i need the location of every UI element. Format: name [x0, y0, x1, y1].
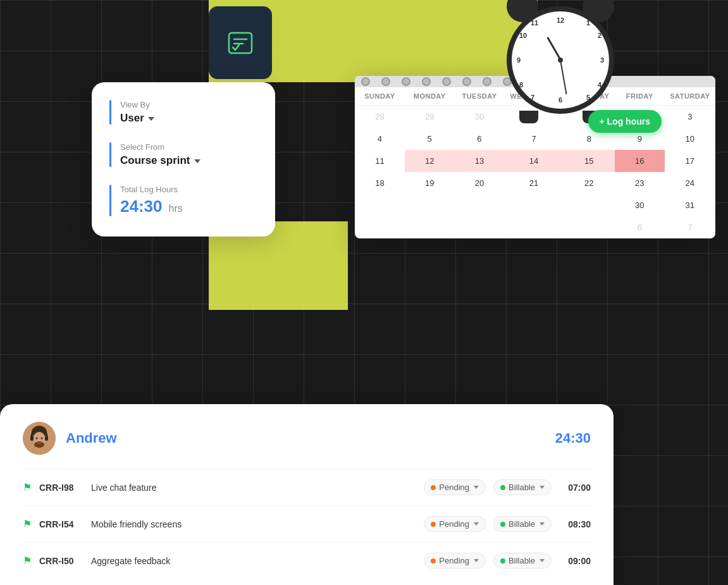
status-pending-badge[interactable]: Pending [424, 516, 486, 532]
view-by-label: View By [120, 100, 154, 109]
cal-day: 29 [405, 106, 455, 128]
cal-day: 13 [455, 150, 505, 172]
total-hours-value: 24:30 [120, 197, 163, 216]
status-label: Pending [439, 556, 469, 565]
clock-num-10: 10 [519, 32, 527, 39]
task-name: Live chat feature [91, 483, 416, 493]
cal-day: 10 [665, 128, 715, 150]
clock-num-11: 11 [531, 19, 538, 27]
chevron-down-icon [540, 486, 545, 489]
billing-label: Billable [509, 483, 535, 492]
task-time: 07:00 [559, 483, 591, 493]
view-by-dropdown[interactable]: User [120, 112, 154, 125]
col-saturday: SATURDAY [665, 87, 715, 106]
cal-day: 22 [564, 172, 615, 194]
section-divider [109, 142, 111, 167]
task-time: 09:00 [559, 556, 591, 566]
clock-num-4: 4 [598, 81, 602, 89]
cal-day: 30 [615, 194, 665, 216]
task-flag-icon: ⚑ [23, 518, 32, 530]
select-from-dropdown[interactable]: Course sprint [120, 154, 201, 167]
cal-day [564, 194, 615, 216]
cal-day: 16 [615, 150, 665, 172]
view-by-section: View By User [109, 100, 257, 125]
section-divider [109, 185, 111, 216]
task-id: CRR-I54 [39, 519, 83, 529]
pending-dot-icon [431, 558, 436, 563]
select-from-content: Select From Course sprint [120, 142, 201, 167]
chevron-down-icon [540, 559, 545, 562]
cal-day: 17 [665, 150, 715, 172]
status-pending-badge[interactable]: Pending [424, 553, 486, 569]
col-monday: MONDAY [405, 87, 455, 106]
cal-day: 23 [615, 172, 665, 194]
cal-day: 21 [504, 172, 563, 194]
filter-card: View By User Select From Course sprint T… [92, 82, 275, 237]
spiral-dot [483, 77, 491, 86]
task-time: 08:30 [559, 519, 591, 529]
view-by-content: View By User [120, 100, 154, 125]
billing-billable-badge[interactable]: Billable [493, 479, 552, 495]
task-flag-icon: ⚑ [23, 555, 32, 567]
cal-day: 28 [355, 106, 405, 128]
task-name: Mobile friendly screens [91, 519, 416, 529]
svg-rect-10 [45, 436, 48, 441]
clock-face: 12 3 6 9 1 11 2 10 4 8 5 7 [513, 13, 608, 108]
clock-num-9: 9 [517, 56, 521, 64]
clock-center-dot [558, 58, 563, 63]
view-by-value: User [120, 112, 144, 125]
cal-day: 19 [405, 172, 455, 194]
select-from-value: Course sprint [120, 154, 190, 167]
svg-rect-9 [30, 436, 34, 441]
clock-outer-circle: 12 3 6 9 1 11 2 10 4 8 5 7 [507, 6, 614, 114]
select-from-label: Select From [120, 142, 201, 152]
billing-label: Billable [509, 519, 535, 529]
clock-minute-hand [560, 60, 567, 95]
log-hours-button[interactable]: + Log hours [588, 110, 662, 133]
billing-label: Billable [509, 556, 535, 565]
checklist-icon [225, 28, 256, 58]
clock-num-8: 8 [519, 81, 523, 89]
col-sunday: SUNDAY [355, 87, 405, 106]
cal-day: 7 [665, 216, 715, 238]
cal-day: 4 [355, 128, 405, 150]
cal-day [355, 216, 405, 238]
user-name: Andrew [66, 430, 545, 446]
cal-day: 24 [665, 172, 715, 194]
cal-day: 18 [355, 172, 405, 194]
pending-dot-icon [431, 522, 436, 527]
cal-day [455, 216, 505, 238]
clock-num-6: 6 [558, 96, 562, 104]
calendar-row: 11 12 13 14 15 16 17 [355, 150, 715, 172]
select-from-section: Select From Course sprint [109, 142, 257, 167]
chevron-down-icon [194, 159, 201, 163]
clock-body: 12 3 6 9 1 11 2 10 4 8 5 7 [500, 0, 620, 120]
avatar-image [23, 422, 56, 455]
status-pending-badge[interactable]: Pending [424, 479, 486, 495]
billing-billable-badge[interactable]: Billable [493, 516, 552, 532]
billing-billable-badge[interactable]: Billable [493, 553, 552, 569]
calendar-row: 18 19 20 21 22 23 24 [355, 172, 715, 194]
chevron-down-icon [540, 522, 545, 526]
billable-dot-icon [500, 558, 505, 563]
svg-point-8 [34, 441, 44, 448]
clock-num-2: 2 [598, 32, 602, 39]
clock-num-1: 1 [586, 19, 590, 27]
billable-dot-icon [500, 522, 505, 527]
clock-hour-hand [546, 37, 562, 61]
task-id: CRR-I98 [39, 483, 83, 493]
total-hours-unit: hrs [169, 203, 183, 214]
clock-num-3: 3 [600, 56, 604, 64]
spiral-dot [402, 77, 410, 86]
svg-point-7 [41, 438, 43, 440]
clock-leg-left [519, 111, 538, 123]
section-divider [109, 100, 111, 125]
cal-day [405, 216, 455, 238]
spiral-dot [381, 77, 390, 86]
task-list-icon-tile [209, 6, 272, 79]
calendar-row: 30 31 [355, 194, 715, 216]
cal-day: 11 [355, 150, 405, 172]
clock-illustration: 12 3 6 9 1 11 2 10 4 8 5 7 + Log hours [491, 0, 630, 145]
task-row: ⚑ CRR-I54 Mobile friendly screens Pendin… [23, 505, 591, 542]
total-log-display: 24:30 hrs [120, 197, 183, 216]
